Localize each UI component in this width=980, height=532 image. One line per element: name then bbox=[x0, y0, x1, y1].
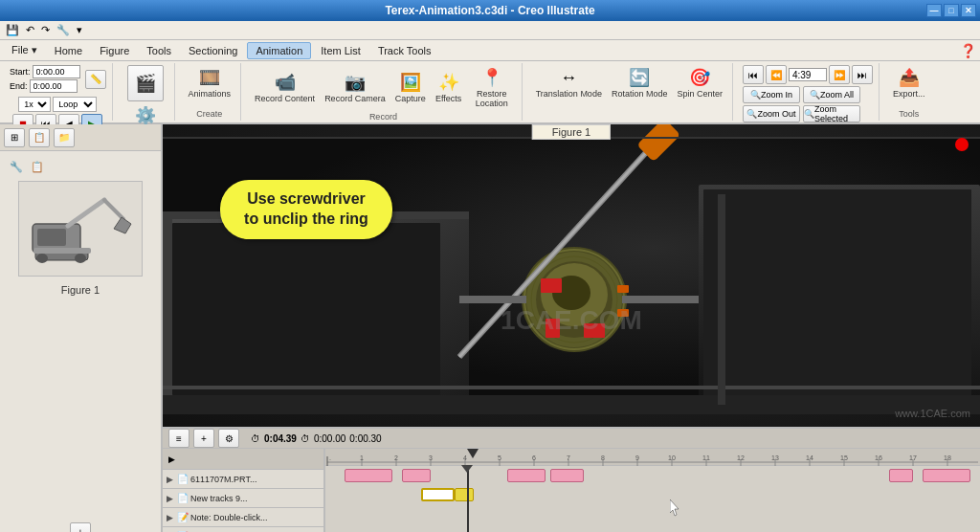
timeline-next-button[interactable]: ⏩ bbox=[829, 65, 850, 84]
menu-figure[interactable]: Figure bbox=[92, 43, 137, 58]
svg-text:.: . bbox=[329, 454, 331, 461]
add-figure-button[interactable]: + bbox=[70, 522, 91, 532]
spin-center-button[interactable]: 🎯 Spin Center bbox=[673, 65, 726, 100]
scene-svg bbox=[163, 124, 980, 427]
track-icon-0: 📄 bbox=[177, 474, 189, 484]
zoom-all-button[interactable]: 🔍 Zoom All bbox=[803, 86, 860, 103]
qa-menu[interactable]: 🔧 bbox=[55, 24, 72, 36]
track-block-3[interactable] bbox=[455, 488, 474, 501]
track-row-0[interactable]: ▶ 📄 6111707M.PRT... bbox=[163, 470, 323, 489]
track-block-0[interactable] bbox=[345, 469, 392, 482]
track-block-5[interactable] bbox=[550, 469, 584, 482]
timeline-canvas[interactable] bbox=[325, 466, 980, 532]
record-camera-button[interactable]: 📷 Record Camera bbox=[321, 70, 390, 105]
menu-tools[interactable]: Tools bbox=[139, 43, 179, 58]
menu-home[interactable]: Home bbox=[47, 43, 90, 58]
svg-text:7: 7 bbox=[567, 454, 570, 461]
qa-save[interactable]: 💾 bbox=[4, 24, 21, 36]
track-row-2[interactable]: ▶ 📝 Note: Double-click... bbox=[163, 508, 323, 527]
track-text-0: 6111707M.PRT... bbox=[190, 475, 256, 484]
panel-btn-3[interactable]: 📁 bbox=[54, 128, 75, 147]
menu-track-tools[interactable]: Track Tools bbox=[370, 43, 439, 58]
qa-undo[interactable]: ↶ bbox=[24, 24, 36, 36]
timeline-start-button[interactable]: ⏮ bbox=[743, 65, 764, 84]
svg-rect-20 bbox=[541, 278, 562, 293]
playback-controls-button[interactable]: 🎬 bbox=[127, 65, 164, 101]
play-group: Start: End: 📏 1x2x LoopOnce ⏹ ⏮ bbox=[4, 63, 113, 121]
track-block-1[interactable] bbox=[402, 469, 431, 482]
animations-button[interactable]: 🎞️ Animations bbox=[185, 65, 235, 100]
track-block-4[interactable] bbox=[507, 469, 546, 482]
record-group-label: Record bbox=[369, 112, 397, 122]
capture-button[interactable]: 🖼️ Capture bbox=[391, 70, 430, 105]
track-expand-2[interactable]: ▶ bbox=[167, 513, 173, 522]
svg-rect-27 bbox=[703, 189, 971, 400]
svg-text:1: 1 bbox=[360, 454, 364, 461]
track-block-6[interactable] bbox=[923, 469, 970, 482]
record-content-button[interactable]: 📹 Record Content bbox=[251, 70, 319, 105]
timeline-settings-btn[interactable]: ⚙ bbox=[218, 429, 239, 448]
zoom-out-button[interactable]: 🔍 Zoom Out bbox=[743, 105, 800, 122]
track-block-7[interactable] bbox=[889, 469, 913, 482]
track-expand-0[interactable]: ▶ bbox=[167, 475, 173, 484]
start-time-input[interactable] bbox=[33, 65, 80, 78]
track-text-1: New tracks 9... bbox=[190, 494, 248, 503]
menu-file[interactable]: File ▾ bbox=[4, 42, 45, 58]
time-icon: ⏱ bbox=[251, 433, 260, 444]
svg-rect-21 bbox=[584, 323, 605, 338]
track-expand-1[interactable]: ▶ bbox=[167, 494, 173, 503]
loop-select[interactable]: LoopOnce bbox=[53, 97, 97, 112]
zoom-selected-button[interactable]: 🔍 Zoom Selected bbox=[803, 105, 860, 122]
timeline-prev-button[interactable]: ⏪ bbox=[766, 65, 787, 84]
track-row-3[interactable]: ▶ 📝 Note: Double-click... bbox=[163, 527, 323, 532]
menu-item-list[interactable]: Item List bbox=[313, 43, 368, 58]
svg-text:10: 10 bbox=[668, 454, 676, 461]
record-group: 📹 Record Content 📷 Record Camera 🖼️ Capt… bbox=[245, 63, 523, 121]
track-icon-1: 📄 bbox=[177, 493, 189, 503]
panel-btn-2[interactable]: 📋 bbox=[29, 128, 50, 147]
qa-redo[interactable]: ↷ bbox=[39, 24, 52, 36]
menu-animation[interactable]: Animation bbox=[247, 42, 311, 59]
figure-thumbnail[interactable] bbox=[18, 181, 143, 277]
timeline-list-btn[interactable]: ≡ bbox=[168, 429, 189, 448]
svg-text:11: 11 bbox=[702, 454, 710, 461]
main-area: ⊞ 📋 📁 🔧 📋 bbox=[0, 124, 980, 532]
svg-point-7 bbox=[75, 254, 86, 263]
create-group: 🎞️ Animations Create bbox=[179, 63, 242, 121]
qa-help[interactable]: ▾ bbox=[75, 24, 84, 36]
svg-line-5 bbox=[104, 200, 123, 219]
end-time-input[interactable] bbox=[30, 79, 78, 93]
track-row-1[interactable]: ▶ 📄 New tracks 9... bbox=[163, 489, 323, 508]
playhead[interactable] bbox=[467, 466, 469, 532]
track-block-2[interactable] bbox=[421, 488, 455, 501]
svg-text:9: 9 bbox=[635, 454, 639, 461]
svg-text:8: 8 bbox=[601, 454, 605, 461]
figure-list-icon: 📋 bbox=[31, 161, 44, 173]
menu-sectioning[interactable]: Sectioning bbox=[181, 43, 245, 58]
close-button[interactable]: ✕ bbox=[961, 4, 976, 17]
range-button[interactable]: 📏 bbox=[85, 70, 106, 89]
minimize-button[interactable]: — bbox=[926, 4, 942, 17]
svg-text:14: 14 bbox=[806, 454, 813, 461]
zoom-in-button[interactable]: 🔍 Zoom In bbox=[743, 86, 800, 103]
timeline-end-button[interactable]: ⏭ bbox=[852, 65, 873, 84]
track-icon-2: 📝 bbox=[177, 512, 189, 522]
svg-rect-22 bbox=[546, 319, 560, 338]
svg-rect-31 bbox=[617, 285, 629, 293]
scene-background: Use screwdriver to unclip the ring 1CAE.… bbox=[163, 124, 980, 427]
effects-button[interactable]: ✨ Effects bbox=[432, 70, 466, 105]
transform-group: ↔️ Translation Mode 🔄 Rotation Mode 🎯 Sp… bbox=[526, 63, 733, 121]
panel-btn-1[interactable]: ⊞ bbox=[4, 128, 25, 147]
timeline-time-input[interactable] bbox=[789, 68, 827, 81]
rate-select[interactable]: 1x2x bbox=[18, 97, 51, 112]
maximize-button[interactable]: □ bbox=[944, 4, 959, 17]
viewport[interactable]: Figure 1 bbox=[163, 124, 980, 427]
rotation-mode-button[interactable]: 🔄 Rotation Mode bbox=[608, 65, 672, 100]
timeline-add-btn[interactable]: + bbox=[193, 429, 214, 448]
translation-mode-button[interactable]: ↔️ Translation Mode bbox=[532, 66, 606, 100]
svg-rect-11 bbox=[163, 213, 172, 414]
help-icon[interactable]: ❓ bbox=[960, 43, 976, 58]
export-button[interactable]: 📤 Export... bbox=[889, 65, 929, 100]
restore-location-button[interactable]: 📍 Restore Location bbox=[468, 65, 516, 110]
timeline-toolbar: ≡ + ⚙ ⏱ 0:04.39 ⏱ 0:00.00 0:00.30 bbox=[163, 429, 980, 449]
